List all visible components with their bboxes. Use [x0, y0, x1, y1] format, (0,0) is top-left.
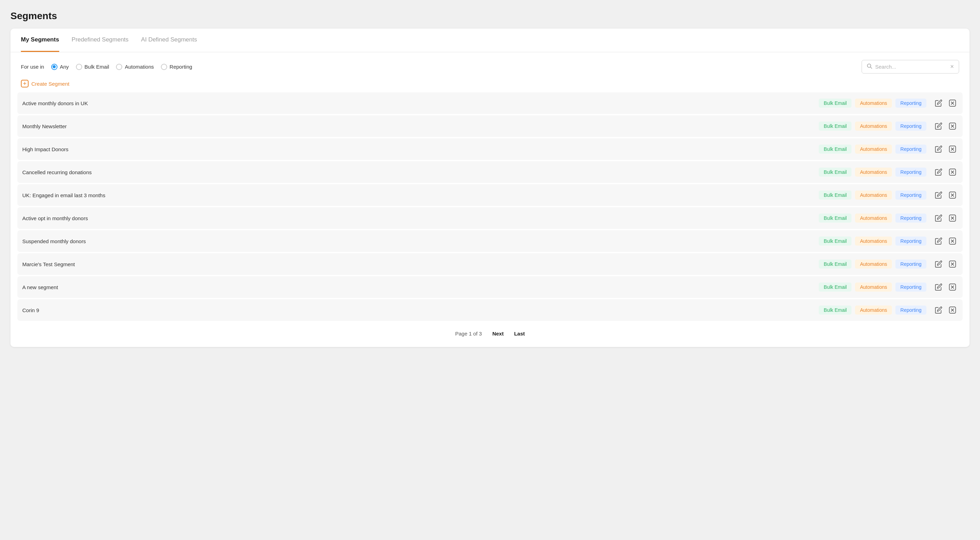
edit-button[interactable] — [933, 121, 944, 131]
delete-button[interactable] — [947, 305, 958, 315]
row-actions — [933, 236, 958, 246]
filter-bulk-email-label: Bulk Email — [84, 64, 109, 70]
search-clear-icon[interactable]: × — [950, 63, 954, 70]
segment-name: Corin 9 — [22, 307, 819, 313]
filter-bulk-email[interactable]: Bulk Email — [76, 64, 109, 70]
badge-reporting: Reporting — [896, 167, 926, 177]
tab-predefined-segments[interactable]: Predefined Segments — [72, 29, 129, 52]
badge-automations: Automations — [855, 145, 892, 154]
delete-button[interactable] — [947, 144, 958, 155]
search-input[interactable] — [875, 64, 947, 70]
segments-card: My Segments Predefined Segments AI Defin… — [10, 29, 970, 347]
segment-name: Marcie's Test Segment — [22, 261, 819, 267]
row-actions — [933, 305, 958, 315]
edit-button[interactable] — [933, 282, 944, 292]
badge-reporting: Reporting — [896, 122, 926, 131]
table-row: Monthly Newsletter Bulk Email Automation… — [18, 115, 963, 137]
segment-name: UK: Engaged in email last 3 months — [22, 192, 819, 198]
table-row: Active opt in monthly donors Bulk Email … — [18, 207, 963, 229]
segment-name: Active monthly donors in UK — [22, 100, 819, 106]
filter-reporting-label: Reporting — [170, 64, 192, 70]
table-row: Active monthly donors in UK Bulk Email A… — [18, 92, 963, 114]
filter-any-label: Any — [60, 64, 69, 70]
delete-button[interactable] — [947, 121, 958, 131]
edit-button[interactable] — [933, 190, 944, 200]
radio-automations — [116, 64, 122, 70]
badge-automations: Automations — [855, 213, 892, 223]
row-actions — [933, 167, 958, 177]
create-segment-label: Create Segment — [31, 81, 69, 87]
segment-name: Cancelled recurring donations — [22, 169, 819, 175]
segment-name: High Impact Donors — [22, 147, 819, 152]
last-button[interactable]: Last — [514, 331, 525, 336]
badges: Bulk Email Automations Reporting — [819, 191, 926, 200]
badges: Bulk Email Automations Reporting — [819, 99, 926, 108]
badge-bulk-email: Bulk Email — [819, 213, 851, 223]
edit-button[interactable] — [933, 259, 944, 269]
row-actions — [933, 213, 958, 223]
table-row: A new segment Bulk Email Automations Rep… — [18, 276, 963, 298]
pagination: Page 1 of 3 Next Last — [10, 322, 970, 347]
delete-button[interactable] — [947, 259, 958, 269]
badge-bulk-email: Bulk Email — [819, 260, 851, 269]
filter-reporting[interactable]: Reporting — [161, 64, 192, 70]
table-row: High Impact Donors Bulk Email Automation… — [18, 138, 963, 160]
edit-button[interactable] — [933, 236, 944, 246]
search-box[interactable]: × — [862, 60, 959, 73]
badge-reporting: Reporting — [896, 237, 926, 245]
badge-reporting: Reporting — [896, 213, 926, 223]
search-icon — [867, 64, 872, 70]
table-row: Marcie's Test Segment Bulk Email Automat… — [18, 253, 963, 275]
badge-automations: Automations — [855, 237, 892, 245]
delete-button[interactable] — [947, 282, 958, 292]
segment-name: Monthly Newsletter — [22, 123, 819, 129]
badge-bulk-email: Bulk Email — [819, 99, 851, 108]
delete-button[interactable] — [947, 167, 958, 177]
filter-automations[interactable]: Automations — [116, 64, 154, 70]
page-title: Segments — [10, 10, 970, 22]
tab-my-segments[interactable]: My Segments — [21, 29, 59, 52]
badges: Bulk Email Automations Reporting — [819, 306, 926, 315]
radio-reporting — [161, 64, 167, 70]
create-segment-button[interactable]: + Create Segment — [10, 77, 970, 92]
next-button[interactable]: Next — [492, 331, 504, 336]
badges: Bulk Email Automations Reporting — [819, 260, 926, 269]
badges: Bulk Email Automations Reporting — [819, 213, 926, 223]
badge-reporting: Reporting — [896, 99, 926, 108]
badge-bulk-email: Bulk Email — [819, 306, 851, 315]
badge-reporting: Reporting — [896, 282, 926, 292]
badge-reporting: Reporting — [896, 191, 926, 200]
edit-button[interactable] — [933, 167, 944, 177]
row-actions — [933, 121, 958, 131]
badge-reporting: Reporting — [896, 306, 926, 315]
edit-button[interactable] — [933, 305, 944, 315]
tabs-bar: My Segments Predefined Segments AI Defin… — [10, 29, 970, 52]
badge-automations: Automations — [855, 306, 892, 315]
page-info: Page 1 of 3 — [455, 331, 482, 336]
delete-button[interactable] — [947, 98, 958, 108]
badge-bulk-email: Bulk Email — [819, 237, 851, 245]
row-actions — [933, 98, 958, 108]
segment-name: Active opt in monthly donors — [22, 215, 819, 221]
tab-ai-defined-segments[interactable]: AI Defined Segments — [141, 29, 197, 52]
segment-name: A new segment — [22, 284, 819, 290]
badges: Bulk Email Automations Reporting — [819, 122, 926, 131]
badge-automations: Automations — [855, 260, 892, 269]
badges: Bulk Email Automations Reporting — [819, 167, 926, 177]
edit-button[interactable] — [933, 144, 944, 155]
edit-button[interactable] — [933, 98, 944, 108]
create-segment-icon: + — [21, 80, 29, 88]
table-row: Cancelled recurring donations Bulk Email… — [18, 161, 963, 183]
radio-bulk-email — [76, 64, 82, 70]
delete-button[interactable] — [947, 213, 958, 223]
row-actions — [933, 259, 958, 269]
delete-button[interactable] — [947, 190, 958, 200]
edit-button[interactable] — [933, 213, 944, 223]
badges: Bulk Email Automations Reporting — [819, 237, 926, 245]
filter-any[interactable]: Any — [51, 64, 69, 70]
segments-list: Active monthly donors in UK Bulk Email A… — [10, 92, 970, 321]
badge-automations: Automations — [855, 122, 892, 131]
badge-reporting: Reporting — [896, 145, 926, 154]
delete-button[interactable] — [947, 236, 958, 246]
row-actions — [933, 282, 958, 292]
